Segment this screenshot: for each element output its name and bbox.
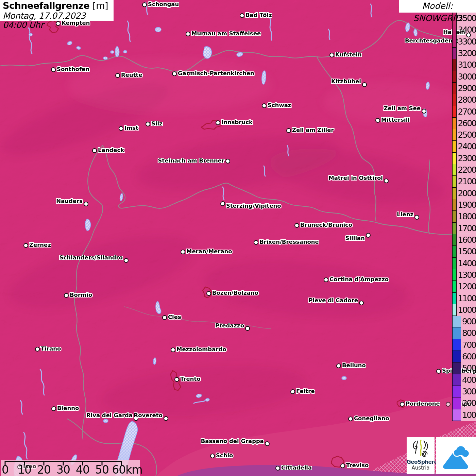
legend-color-swatch [452, 199, 457, 211]
legend-row: 2600 [452, 118, 476, 129]
map-title: Schneefallgrenze [m] [3, 0, 111, 11]
legend-row: 2100 [452, 176, 476, 187]
title-unit: [m] [92, 0, 108, 11]
scalebar: 0 10 20 30 40 50 60km [0, 459, 146, 476]
legend-value-label: 900 [462, 316, 476, 327]
title-parameter: Schneefallgrenze [3, 0, 89, 11]
legend-value-label: 3300 [458, 36, 476, 48]
legend-value-label: 500 [462, 362, 476, 374]
legend-color-swatch [452, 246, 457, 257]
legend-color-swatch [452, 281, 457, 292]
legend-row: 1000 [452, 304, 476, 316]
legend-color-swatch [452, 129, 457, 141]
scalebar-label: 50 [95, 463, 109, 476]
legend-row: 1700 [452, 223, 476, 234]
legend-row: 2400 [452, 141, 476, 152]
legend-color-swatch [452, 211, 457, 222]
legend-color-swatch [452, 234, 457, 246]
legend-value-label: 3100 [458, 59, 476, 71]
legend-value-label: 600 [462, 351, 476, 362]
legend-color-swatch [452, 327, 461, 339]
legend-value-label: 2700 [458, 106, 476, 118]
legend-row: 2200 [452, 164, 476, 176]
legend-value-label: 3400 [458, 24, 476, 36]
legend-color-swatch [452, 258, 457, 269]
legend-row: 1600 [452, 234, 476, 246]
legend-color-swatch [452, 94, 457, 106]
geosphere-swirl-icon [411, 438, 430, 458]
legend-row: 1400 [452, 258, 476, 269]
legend-color-swatch [452, 176, 457, 187]
legend-color-swatch [452, 36, 457, 48]
legend-value-label: 800 [462, 327, 476, 339]
legend-row: 2800 [452, 94, 476, 106]
legend-color-swatch [452, 118, 457, 129]
legend-row: 300 [452, 386, 476, 397]
legend-row: 700 [452, 339, 476, 351]
legend-color-swatch [452, 71, 457, 83]
legend-color-swatch [452, 269, 457, 281]
legend-value-label: 1100 [458, 293, 476, 304]
mountain-cloud-icon [442, 441, 471, 470]
legend-value-label: 300 [462, 386, 476, 397]
legend-value-label: 2600 [458, 118, 476, 129]
legend-color-swatch [452, 397, 461, 409]
legend-value-label: 400 [462, 374, 476, 386]
legend-row: 3000 [452, 71, 476, 83]
legend-color-swatch [452, 164, 457, 176]
legend-value-label: 200 [462, 397, 476, 409]
legend-value-label: 3000 [458, 71, 476, 83]
mountain-cloud-logo-box [436, 437, 476, 474]
legend-row: 1300 [452, 269, 476, 281]
legend-value-label: 2200 [458, 164, 476, 176]
geosphere-name: GeoSphere [407, 459, 435, 465]
legend-value-label: 1600 [458, 234, 476, 246]
legend-value-label: 1300 [458, 269, 476, 281]
legend-value-label: 700 [462, 339, 476, 351]
model-label-box: Modell: SNOWGRID [399, 0, 476, 13]
legend-value-label: 1500 [458, 246, 476, 257]
legend-value-label: 1400 [458, 258, 476, 269]
legend-row: 1200 [452, 281, 476, 292]
legend-row: 600 [452, 351, 476, 362]
legend-color-swatch [452, 223, 457, 234]
legend-color-swatch [452, 153, 457, 164]
legend-row: 1900 [452, 199, 476, 211]
legend-value-label: 1900 [458, 199, 476, 211]
legend-value-label: 2400 [458, 141, 476, 152]
legend-row: 2500 [452, 129, 476, 141]
legend-color-swatch [452, 24, 457, 36]
legend-value-label: 1000 [458, 304, 476, 316]
legend-color-swatch [452, 293, 457, 304]
legend-value-label: 2500 [458, 129, 476, 141]
legend-value-label: 3200 [458, 48, 476, 59]
legend-color-swatch [452, 141, 457, 152]
scalebar-label: 30 [56, 463, 70, 476]
legend-row: 1800 [452, 211, 476, 222]
legend-value-label: 1700 [458, 223, 476, 234]
legend-row: 2000 [452, 188, 476, 199]
legend-color-swatch [452, 106, 457, 118]
legend-row: 900 [452, 316, 476, 327]
legend-value-label: 2900 [458, 83, 476, 94]
legend-row: 100 [452, 409, 476, 421]
legend-color-swatch [452, 316, 461, 327]
geosphere-country: Austria [407, 465, 435, 471]
scalebar-label: 10 [18, 463, 31, 476]
legend-color-swatch [452, 351, 461, 362]
legend-color-swatch [452, 304, 457, 316]
legend-row: 3200 [452, 48, 476, 59]
scalebar-label: 40 [76, 463, 89, 476]
scalebar-label: 20 [37, 463, 51, 476]
scalebar-label: 60km [112, 463, 142, 476]
legend-value-label: 100 [462, 409, 476, 421]
legend-value-label: 2100 [458, 176, 476, 187]
legend-row: 2900 [452, 83, 476, 94]
legend-color-swatch [452, 48, 457, 59]
legend-row: 500 [452, 362, 476, 374]
legend-colorbar: 3500 3400 3300 3200 3100 3000 2900 [452, 13, 476, 421]
legend-row: 3400 [452, 24, 476, 36]
legend-color-swatch [452, 386, 461, 397]
legend-color-swatch [452, 374, 461, 386]
weather-map-canvas [0, 0, 476, 476]
